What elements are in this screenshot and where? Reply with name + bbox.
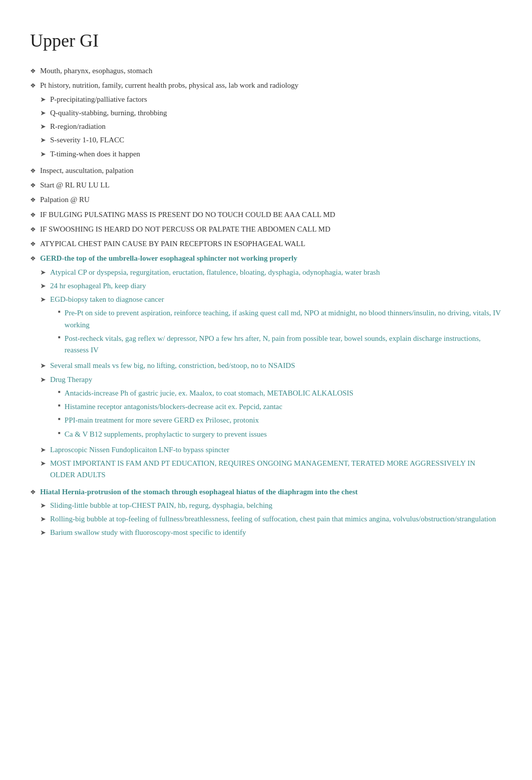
sub-item-text: Laproscopic Nissen Fundoplicaiton LNF-to…	[50, 446, 229, 454]
item-text: Inspect, auscultation, palpation	[40, 166, 134, 174]
main-list-item: ❖GERD-the top of the umbrella-lower esop…	[30, 253, 502, 483]
sub-item-text: Q-quality-stabbing, burning, throbbing	[50, 109, 167, 117]
sub2-item-text: Antacids-increase Ph of gastric jucie, e…	[65, 389, 354, 397]
arrow-list-item: ➤Q-quality-stabbing, burning, throbbing	[40, 107, 502, 119]
square-sub-list: ■Antacids-increase Ph of gastric jucie, …	[50, 387, 502, 440]
item-text: Mouth, pharynx, esophagus, stomach	[40, 67, 152, 75]
arrow-bullet-icon: ➤	[40, 149, 46, 160]
arrow-list-item: ➤Sliding-little bubble at top-CHEST PAIN…	[40, 500, 502, 511]
item-text: Hiatal Hernia-protrusion of the stomach …	[40, 488, 358, 496]
sub-item-text: Sliding-little bubble at top-CHEST PAIN,…	[50, 501, 273, 509]
square-sub-list: ■Pre-Pt on side to prevent aspiration, r…	[50, 307, 502, 356]
arrow-list-item: ➤Laproscopic Nissen Fundoplicaiton LNF-t…	[40, 444, 502, 456]
arrow-list-item: ➤EGD-biopsy taken to diagnose cancer■Pre…	[40, 294, 502, 358]
sub2-item-text: Post-recheck vitals, gag reflex w/ depre…	[65, 334, 481, 354]
arrow-sub-list: ➤P-precipitating/palliative factors➤Q-qu…	[40, 94, 502, 160]
arrow-sub-list: ➤Sliding-little bubble at top-CHEST PAIN…	[40, 500, 502, 539]
item-text: Pt history, nutrition, family, current h…	[40, 81, 299, 89]
diamond-bullet-icon: ❖	[30, 81, 36, 91]
sub-item-text: Rolling-big bubble at top-feeling of ful…	[50, 515, 496, 523]
diamond-bullet-icon: ❖	[30, 225, 36, 235]
main-list-item: ❖Inspect, auscultation, palpation	[30, 165, 502, 176]
diamond-bullet-icon: ❖	[30, 166, 36, 176]
arrow-list-item: ➤R-region/radiation	[40, 121, 502, 132]
arrow-list-item: ➤Rolling-big bubble at top-feeling of fu…	[40, 513, 502, 525]
square-list-item: ■Pre-Pt on side to prevent aspiration, r…	[50, 307, 502, 331]
square-list-item: ■Ca & V B12 supplements, prophylactic to…	[50, 429, 502, 440]
arrow-list-item: ➤Several small meals vs few big, no lift…	[40, 360, 502, 371]
sub-item-text: P-precipitating/palliative factors	[50, 95, 147, 103]
main-list-item: ❖Hiatal Hernia-protrusion of the stomach…	[30, 486, 502, 541]
diamond-bullet-icon: ❖	[30, 195, 36, 205]
square-list-item: ■PPI-main treatment for more severe GERD…	[50, 415, 502, 426]
item-text: IF SWOOSHING IS HEARD DO NOT PERCUSS OR …	[40, 225, 331, 233]
sub-item-text: 24 hr esophageal Ph, keep diary	[50, 282, 146, 290]
diamond-bullet-icon: ❖	[30, 254, 36, 264]
arrow-bullet-icon: ➤	[40, 121, 46, 132]
main-list-item: ❖IF BULGING PULSATING MASS IS PRESENT DO…	[30, 209, 502, 221]
square-bullet-icon: ■	[58, 416, 61, 422]
item-text: Start @ RL RU LU LL	[40, 181, 110, 189]
arrow-list-item: ➤24 hr esophageal Ph, keep diary	[40, 280, 502, 292]
main-list-item: ❖Palpation @ RU	[30, 194, 502, 206]
arrow-list-item: ➤Barium swallow study with fluoroscopy-m…	[40, 527, 502, 538]
arrow-sub-list: ➤Atypical CP or dyspepsia, regurgitation…	[40, 267, 502, 481]
arrow-bullet-icon: ➤	[40, 294, 46, 305]
diamond-bullet-icon: ❖	[30, 239, 36, 249]
arrow-bullet-icon: ➤	[40, 94, 46, 105]
square-bullet-icon: ■	[58, 403, 61, 409]
arrow-bullet-icon: ➤	[40, 374, 46, 385]
arrow-bullet-icon: ➤	[40, 458, 46, 469]
sub-item-text: S-severity 1-10, FLACC	[50, 136, 124, 144]
main-list: ❖Mouth, pharynx, esophagus, stomach❖Pt h…	[30, 65, 502, 541]
arrow-bullet-icon: ➤	[40, 267, 46, 278]
item-text: ATYPICAL CHEST PAIN CAUSE BY PAIN RECEPT…	[40, 240, 305, 248]
diamond-bullet-icon: ❖	[30, 66, 36, 76]
sub-item-text: T-timing-when does it happen	[50, 150, 140, 158]
sub-item-text: Atypical CP or dyspepsia, regurgitation,…	[50, 268, 380, 276]
sub2-item-text: Ca & V B12 supplements, prophylactic to …	[65, 430, 267, 438]
item-text: Palpation @ RU	[40, 196, 90, 204]
sub2-item-text: PPI-main treatment for more severe GERD …	[65, 416, 259, 424]
arrow-list-item: ➤P-precipitating/palliative factors	[40, 94, 502, 105]
main-list-item: ❖ATYPICAL CHEST PAIN CAUSE BY PAIN RECEP…	[30, 238, 502, 250]
main-list-item: ❖IF SWOOSHING IS HEARD DO NOT PERCUSS OR…	[30, 224, 502, 235]
arrow-bullet-icon: ➤	[40, 108, 46, 119]
arrow-bullet-icon: ➤	[40, 527, 46, 538]
square-list-item: ■Antacids-increase Ph of gastric jucie, …	[50, 387, 502, 399]
sub-item-text: Drug Therapy	[50, 375, 92, 383]
square-list-item: ■Post-recheck vitals, gag reflex w/ depr…	[50, 333, 502, 356]
diamond-bullet-icon: ❖	[30, 487, 36, 497]
arrow-list-item: ➤S-severity 1-10, FLACC	[40, 134, 502, 146]
sub-item-text: Barium swallow study with fluoroscopy-mo…	[50, 528, 246, 536]
arrow-bullet-icon: ➤	[40, 135, 46, 146]
arrow-bullet-icon: ➤	[40, 445, 46, 456]
arrow-list-item: ➤Atypical CP or dyspepsia, regurgitation…	[40, 267, 502, 278]
square-bullet-icon: ■	[58, 430, 61, 436]
arrow-list-item: ➤Drug Therapy■Antacids-increase Ph of ga…	[40, 374, 502, 442]
arrow-bullet-icon: ➤	[40, 281, 46, 292]
square-bullet-icon: ■	[58, 309, 61, 315]
square-list-item: ■Histamine receptor antagonists/blockers…	[50, 401, 502, 413]
arrow-bullet-icon: ➤	[40, 514, 46, 525]
arrow-bullet-icon: ➤	[40, 500, 46, 511]
diamond-bullet-icon: ❖	[30, 210, 36, 220]
diamond-bullet-icon: ❖	[30, 180, 36, 190]
main-list-item: ❖Pt history, nutrition, family, current …	[30, 80, 502, 162]
sub-item-text: Several small meals vs few big, no lifti…	[50, 361, 295, 369]
arrow-bullet-icon: ➤	[40, 360, 46, 371]
sub-item-text: EGD-biopsy taken to diagnose cancer	[50, 295, 164, 303]
arrow-list-item: ➤T-timing-when does it happen	[40, 148, 502, 160]
arrow-list-item: ➤MOST IMPORTANT IS FAM AND PT EDUCATION,…	[40, 458, 502, 481]
page-title: Upper GI	[30, 30, 502, 51]
main-list-item: ❖Start @ RL RU LU LL	[30, 179, 502, 191]
sub-item-text: R-region/radiation	[50, 122, 106, 130]
item-text: IF BULGING PULSATING MASS IS PRESENT DO …	[40, 211, 335, 219]
square-bullet-icon: ■	[58, 389, 61, 395]
item-text: GERD-the top of the umbrella-lower esoph…	[40, 254, 297, 262]
sub2-item-text: Histamine receptor antagonists/blockers-…	[65, 403, 283, 411]
square-bullet-icon: ■	[58, 334, 61, 340]
sub-item-text: MOST IMPORTANT IS FAM AND PT EDUCATION, …	[50, 459, 475, 479]
main-list-item: ❖Mouth, pharynx, esophagus, stomach	[30, 65, 502, 77]
sub2-item-text: Pre-Pt on side to prevent aspiration, re…	[65, 309, 501, 328]
